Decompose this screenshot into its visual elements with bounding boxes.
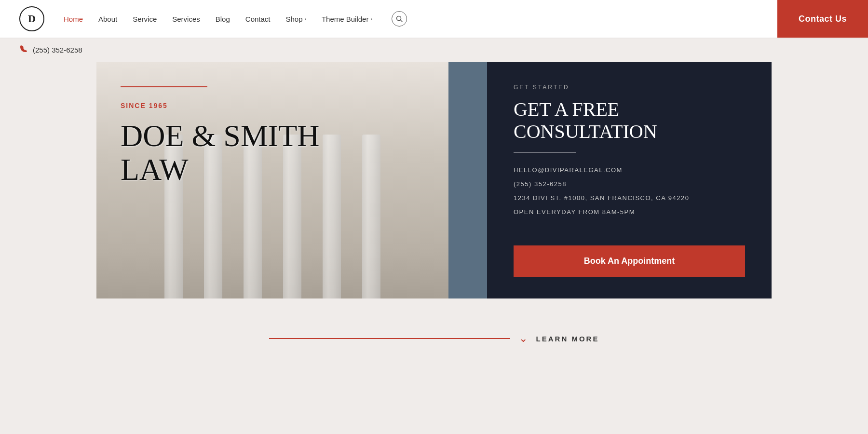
hero-text-overlay: SINCE 1965 DOE & SMITH LAW (96, 62, 343, 211)
nav-item-services[interactable]: Services (172, 15, 200, 23)
blue-sidebar (448, 62, 487, 298)
nav-item-shop[interactable]: Shop › (286, 15, 306, 23)
main-content: SINCE 1965 DOE & SMITH LAW GET STARTED G… (0, 62, 868, 318)
contact-email: HELLO@DIVIPARALEGAL.COM (514, 166, 745, 174)
nav-item-home[interactable]: Home (64, 15, 83, 23)
logo-circle: D (19, 6, 44, 31)
theme-builder-chevron-icon: › (370, 16, 372, 22)
consultation-title: GET A FREE CONSULTATION (514, 98, 745, 143)
contact-phone: (255) 352-6258 (514, 180, 745, 188)
header: D Home About Service Services Blog Conta… (0, 0, 868, 38)
logo[interactable]: D (19, 6, 44, 31)
contact-hours: OPEN EVERYDAY FROM 8AM-5PM (514, 208, 745, 216)
nav-item-blog[interactable]: Blog (216, 15, 230, 23)
nav-item-about[interactable]: About (98, 15, 117, 23)
firm-name: DOE & SMITH LAW (121, 119, 319, 187)
hero-section: SINCE 1965 DOE & SMITH LAW (96, 62, 448, 298)
contact-us-button[interactable]: Contact Us (777, 0, 868, 38)
book-appointment-button[interactable]: Book An Appointment (514, 245, 745, 277)
nav-item-contact[interactable]: Contact (245, 15, 271, 23)
phone-bar: (255) 352-6258 (0, 38, 868, 62)
contact-info-list: HELLO@DIVIPARALEGAL.COM (255) 352-6258 1… (514, 166, 745, 216)
svg-line-1 (400, 20, 402, 22)
nav-item-service[interactable]: Service (133, 15, 157, 23)
chevron-down-icon[interactable]: ⌄ (519, 332, 528, 345)
hero-red-line (121, 86, 207, 87)
search-button[interactable] (392, 11, 407, 27)
get-started-label: GET STARTED (514, 84, 745, 91)
consultation-card-wrapper: GET STARTED GET A FREE CONSULTATION HELL… (448, 62, 772, 298)
nav-item-theme-builder[interactable]: Theme Builder › (322, 15, 372, 23)
dark-consultation-card: GET STARTED GET A FREE CONSULTATION HELL… (487, 62, 772, 298)
learn-more-text[interactable]: LEARN MORE (536, 335, 599, 343)
search-icon (396, 15, 403, 22)
phone-number: (255) 352-6258 (33, 46, 82, 54)
main-nav: Home About Service Services Blog Contact… (64, 11, 849, 27)
shop-chevron-icon: › (305, 16, 306, 22)
learn-more-red-line (269, 338, 510, 339)
phone-icon (19, 44, 28, 55)
card-divider (514, 152, 576, 153)
learn-more-section: ⌄ LEARN MORE (0, 318, 868, 354)
since-text: SINCE 1965 (121, 102, 319, 109)
pillar-6 (362, 135, 380, 298)
contact-address: 1234 DIVI ST. #1000, SAN FRANCISCO, CA 9… (514, 194, 745, 202)
